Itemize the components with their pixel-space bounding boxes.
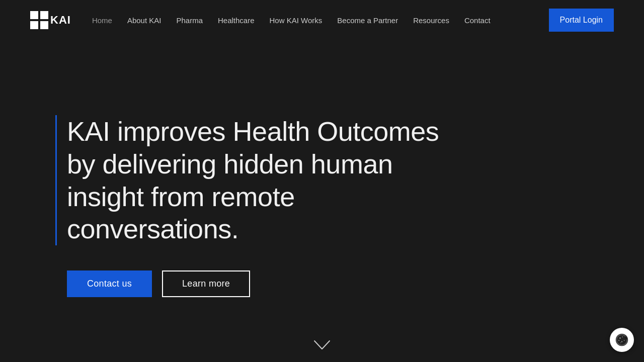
learn-more-button[interactable]: Learn more [162,270,250,297]
hero-title: KAI improves Health Outcomes by deliveri… [67,115,448,245]
nav-link-about-kai[interactable]: About KAI [121,12,168,29]
svg-point-8 [618,340,619,341]
contact-us-button[interactable]: Contact us [67,270,152,297]
logo[interactable]: KAI [30,11,71,29]
hero-headline: KAI improves Health Outcomes by deliveri… [55,115,448,245]
svg-point-7 [622,336,623,337]
nav-link-contact[interactable]: Contact [458,12,497,29]
svg-rect-3 [40,21,48,29]
nav-link-home[interactable]: Home [86,12,118,29]
nav-link-healthcare[interactable]: Healthcare [212,12,261,29]
svg-point-10 [624,340,625,341]
nav-link-become-a-partner[interactable]: Become a Partner [331,12,404,29]
cookie-button[interactable] [610,328,634,352]
portal-login-button[interactable]: Portal Login [549,9,614,32]
logo-text: KAI [50,14,71,27]
svg-rect-1 [40,11,48,19]
nav-link-pharma[interactable]: Pharma [170,12,209,29]
logo-icon [30,11,48,29]
svg-rect-0 [30,11,38,19]
hero-section: KAI improves Health Outcomes by deliveri… [0,40,644,362]
nav-link-how-kai-works[interactable]: How KAI Works [264,12,329,29]
nav-link-resources[interactable]: Resources [407,12,455,29]
scroll-down-indicator[interactable] [313,340,331,352]
svg-point-11 [620,342,621,343]
navbar: KAI Home About KAI Pharma Healthcare How… [0,0,644,40]
svg-point-6 [619,337,621,339]
nav-links: Home About KAI Pharma Healthcare How KAI… [86,12,549,29]
hero-content: KAI improves Health Outcomes by deliveri… [55,115,448,297]
svg-rect-2 [30,21,38,29]
hero-buttons: Contact us Learn more [55,270,448,297]
svg-point-9 [621,341,623,342]
